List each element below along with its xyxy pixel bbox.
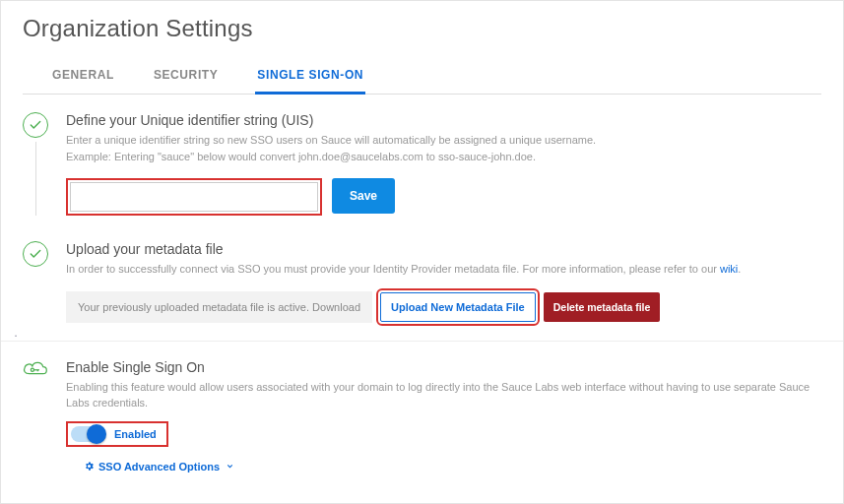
tab-general[interactable]: GENERAL <box>50 58 116 94</box>
section-enable-sso: Enable Single Sign On Enabling this feat… <box>23 359 821 475</box>
section-uis: Define your Unique identifier string (UI… <box>23 112 821 216</box>
metadata-description: In order to successfully connect via SSO… <box>66 261 821 278</box>
tab-security[interactable]: SECURITY <box>152 58 220 94</box>
section-metadata: Upload your metadata file In order to su… <box>23 241 821 323</box>
tab-single-sign-on[interactable]: SINGLE SIGN-ON <box>255 58 365 94</box>
section-divider <box>1 341 843 342</box>
download-link[interactable]: Download <box>312 301 360 313</box>
uis-input[interactable] <box>70 182 318 212</box>
metadata-title: Upload your metadata file <box>66 241 821 257</box>
uis-input-highlight <box>66 178 322 216</box>
enable-sso-toggle-label: Enabled <box>114 428 157 440</box>
settings-tabs: GENERAL SECURITY SINGLE SIGN-ON <box>23 58 821 94</box>
enable-sso-toggle-highlight: Enabled <box>66 421 168 447</box>
svg-point-0 <box>31 368 33 371</box>
save-button[interactable]: Save <box>332 178 395 214</box>
sso-advanced-options[interactable]: SSO Advanced Options <box>84 461 234 473</box>
page-title: Organization Settings <box>23 15 821 42</box>
cloud-key-icon <box>22 359 49 379</box>
check-icon <box>23 241 48 267</box>
metadata-status: Your previously uploaded metadata file i… <box>66 291 372 323</box>
step-connector <box>35 142 36 216</box>
enable-sso-description: Enabling this feature would allow users … <box>66 379 821 411</box>
gear-icon <box>84 461 95 473</box>
enable-sso-toggle[interactable] <box>71 426 104 442</box>
chevron-down-icon <box>226 461 234 472</box>
uis-title: Define your Unique identifier string (UI… <box>66 112 821 128</box>
wiki-link[interactable]: wiki <box>720 263 738 275</box>
upload-metadata-button[interactable]: Upload New Metadata File <box>380 292 536 322</box>
check-icon <box>23 112 48 138</box>
delete-metadata-button[interactable]: Delete metadata file <box>544 292 661 322</box>
enable-sso-title: Enable Single Sign On <box>66 359 821 375</box>
section-divider-dot: • <box>15 333 821 339</box>
toggle-knob <box>87 424 106 444</box>
uis-description: Enter a unique identifier string so new … <box>66 132 821 164</box>
